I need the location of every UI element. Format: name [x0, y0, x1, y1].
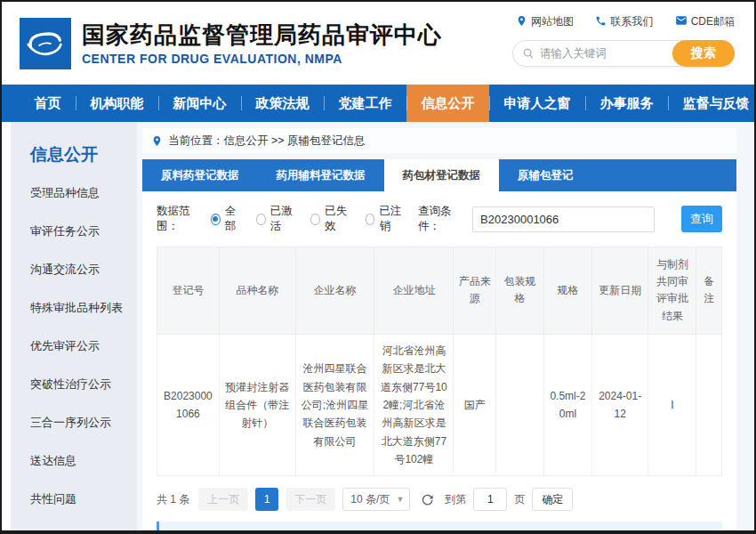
cell-variety-name: 预灌封注射器组合件（带注射针） [219, 334, 295, 476]
goto-page-input[interactable] [473, 488, 507, 511]
current-page-button[interactable]: 1 [255, 488, 278, 511]
cde-mail-link[interactable]: CDE邮箱 [675, 14, 735, 29]
cell-update-date: 2024-01-12 [591, 334, 648, 476]
sidebar-item-breakthrough-therapy[interactable]: 突破性治疗公示 [11, 365, 137, 403]
radio-activated[interactable]: 已激活 [256, 204, 296, 234]
nav-item-supervision[interactable]: 监督与反馈 [668, 85, 756, 122]
site-search-input[interactable] [540, 47, 673, 60]
page-size-value: 10 条/页 [350, 493, 390, 506]
notes-box: 说明： 1. 数据范围 “全部” ，不包含 “已注销” 2. “与制剂共同审评审… [157, 522, 722, 530]
refresh-icon[interactable] [421, 493, 434, 506]
tab-bar: 原料药登记数据 药用辅料登记数据 药包材登记数据 原辅包登记 [142, 159, 736, 191]
sidebar-item-clinical-trial-permission[interactable]: 临床试验默示许可 [11, 518, 137, 534]
col-spec: 规格 [543, 247, 591, 335]
site-title: 国家药品监督管理局药品审评中心 [82, 20, 442, 50]
sitemap-label: 网站地图 [531, 14, 574, 29]
sidebar-item-communication[interactable]: 沟通交流公示 [11, 250, 137, 288]
contact-us-label: 联系我们 [610, 14, 653, 29]
registration-table: 登记号 品种名称 企业名称 企业地址 产品来源 包装规格 规格 更新日期 与制剂… [157, 247, 722, 476]
cde-mail-label: CDE邮箱 [691, 14, 735, 29]
cell-joint-review-result: I [648, 334, 696, 476]
sidebar-item-common-issues[interactable]: 共性问题 [11, 480, 137, 518]
cde-website-page: 国家药品监督管理局药品审评中心 CENTER FOR DRUG EVALUATI… [0, 0, 756, 534]
tab-excipient-registration[interactable]: 药用辅料登记数据 [258, 159, 384, 191]
query-condition-label: 查询条件： [418, 204, 465, 234]
sidebar-item-review-tasks[interactable]: 审评任务公示 [11, 212, 137, 250]
radio-activated-label: 已激活 [270, 204, 297, 234]
nav-item-functions[interactable]: 机构职能 [76, 85, 158, 122]
cell-packaging-spec [495, 334, 543, 476]
radio-all-icon [211, 214, 221, 225]
radio-all-label: 全部 [225, 204, 242, 234]
chevron-down-icon: ▼ [396, 489, 404, 510]
search-icon [522, 47, 535, 60]
sitemap-link[interactable]: 网站地图 [516, 14, 574, 29]
tab-packaging-registration[interactable]: 药包材登记数据 [384, 159, 500, 191]
sidebar-item-special-approval[interactable]: 特殊审批品种列表 [11, 288, 137, 327]
cde-logo-icon [20, 18, 71, 69]
radio-expired[interactable]: 已失效 [310, 204, 350, 234]
envelope-icon [675, 14, 688, 29]
col-company-name: 企业名称 [295, 247, 374, 335]
col-variety-name: 品种名称 [219, 247, 295, 335]
breadcrumb-text: 当前位置：信息公开 >> 原辅包登记信息 [168, 134, 366, 149]
radio-cancelled[interactable]: 已注销 [366, 204, 406, 234]
nav-item-home[interactable]: 首页 [20, 85, 76, 122]
nav-item-policies[interactable]: 政策法规 [241, 85, 324, 122]
next-page-button[interactable]: 下一页 [286, 488, 335, 511]
cell-remarks [696, 334, 722, 476]
radio-cancelled-icon [366, 214, 375, 225]
body-row: 信息公开 受理品种信息 审评任务公示 沟通交流公示 特殊审批品种列表 优先审评公… [2, 122, 754, 530]
tab-raw-aux-pack[interactable]: 原辅包登记 [499, 159, 592, 191]
tab-api-registration[interactable]: 原料药登记数据 [142, 159, 258, 191]
sidebar-title: 信息公开 [11, 122, 137, 174]
radio-expired-label: 已失效 [325, 204, 351, 234]
site-titles: 国家药品监督管理局药品审评中心 CENTER FOR DRUG EVALUATI… [82, 20, 442, 67]
nav-item-info-disclosure[interactable]: 信息公开 [406, 85, 489, 122]
site-subtitle: CENTER FOR DRUG EVALUATION, NMPA [82, 52, 442, 66]
prev-page-button[interactable]: 上一页 [198, 488, 248, 511]
nav-item-applicant-window[interactable]: 申请人之窗 [489, 85, 585, 122]
quick-links: 网站地图 联系我们 CDE邮箱 [512, 14, 735, 29]
cell-registration-no: B20230001066 [157, 334, 220, 476]
col-packaging-spec: 包装规格 [495, 247, 543, 335]
col-product-source: 产品来源 [454, 247, 496, 335]
pagination-total: 共 1 条 [157, 492, 189, 507]
site-search-bar: 搜索 [512, 40, 735, 67]
main-content: 当前位置：信息公开 >> 原辅包登记信息 原料药登记数据 药用辅料登记数据 药包… [137, 122, 754, 530]
location-pin-icon [516, 15, 527, 29]
sidebar: 信息公开 受理品种信息 审评任务公示 沟通交流公示 特殊审批品种列表 优先审评公… [11, 122, 137, 530]
sidebar-item-delivery-info[interactable]: 送达信息 [11, 441, 137, 480]
col-joint-review-result: 与制剂共同审评审批结果 [648, 247, 696, 335]
pagination: 共 1 条 上一页 1 下一页 10 条/页 ▼ 到第 页 确定 [157, 488, 722, 511]
site-search-button[interactable]: 搜索 [672, 40, 735, 67]
radio-cancelled-label: 已注销 [379, 204, 406, 234]
col-update-date: 更新日期 [591, 247, 648, 335]
radio-expired-icon [310, 214, 320, 225]
data-range-radio-group: 全部 已激活 已失效 已注销 [211, 204, 406, 234]
nav-item-party[interactable]: 党建工作 [324, 85, 406, 122]
col-registration-no: 登记号 [157, 247, 220, 335]
goto-page-unit: 页 [514, 492, 525, 507]
cell-company-name: 沧州四星联合医药包装有限公司;沧州四星联合医药包装有限公司 [295, 334, 374, 476]
cell-product-source: 国产 [454, 334, 496, 476]
col-remarks: 备注 [696, 247, 722, 335]
phone-icon [595, 15, 607, 29]
sidebar-item-three-in-one[interactable]: 三合一序列公示 [11, 403, 137, 441]
goto-confirm-button[interactable]: 确定 [532, 488, 573, 511]
notes-title: 说明： [172, 529, 710, 530]
breadcrumb: 当前位置：信息公开 >> 原辅包登记信息 [142, 128, 736, 153]
table-header-row: 登记号 品种名称 企业名称 企业地址 产品来源 包装规格 规格 更新日期 与制剂… [157, 247, 722, 335]
contact-us-link[interactable]: 联系我们 [595, 14, 653, 29]
query-condition-input[interactable] [472, 206, 655, 232]
nav-item-news[interactable]: 新闻中心 [158, 85, 241, 122]
goto-page-label: 到第 [445, 492, 466, 507]
sidebar-item-accepted-varieties[interactable]: 受理品种信息 [11, 174, 137, 212]
site-header: 国家药品监督管理局药品审评中心 CENTER FOR DRUG EVALUATI… [2, 2, 754, 85]
page-size-select[interactable]: 10 条/页 ▼ [342, 488, 410, 511]
cell-company-address: 河北省沧州高新区求是北大道东侧77号102幢;河北省沧州高新区求是北大道东侧77… [374, 334, 454, 476]
radio-all[interactable]: 全部 [211, 204, 242, 234]
sidebar-item-priority-review[interactable]: 优先审评公示 [11, 327, 137, 365]
query-button[interactable]: 查询 [681, 206, 722, 232]
nav-item-services[interactable]: 办事服务 [585, 85, 668, 122]
